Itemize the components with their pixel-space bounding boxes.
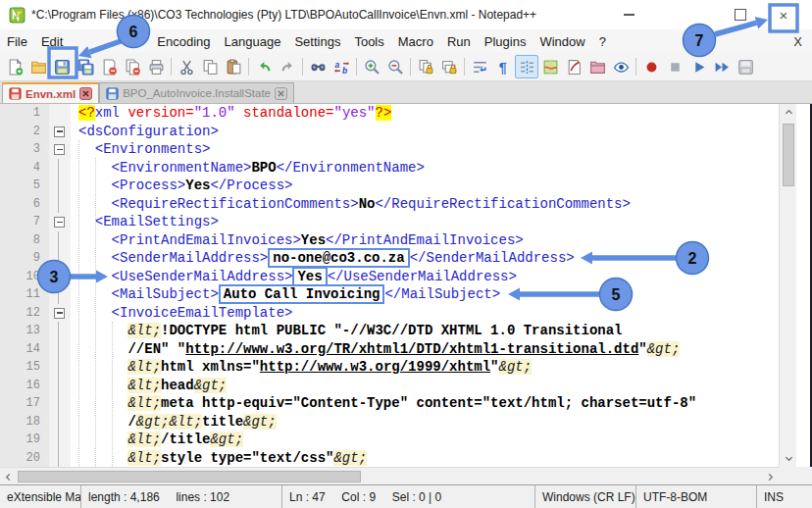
fold-minus-icon[interactable] [54, 127, 65, 137]
new-file-button[interactable] [3, 55, 26, 78]
macro-play-button[interactable] [686, 55, 710, 78]
fold-guide-line [58, 377, 59, 395]
scroll-left-button[interactable] [0, 468, 17, 485]
sync-horizontal-button[interactable] [437, 55, 461, 78]
tab-close-icon[interactable] [79, 87, 92, 100]
vertical-scroll-thumb[interactable] [783, 124, 794, 186]
tab-bpo-autoinvoice-installstate[interactable]: BPO_AutoInvoice.InstallState [99, 82, 294, 103]
horizontal-scrollbar[interactable] [0, 467, 779, 484]
find-button[interactable] [306, 55, 330, 78]
paste-button[interactable] [222, 55, 245, 78]
svg-text:¶: ¶ [498, 59, 506, 75]
document-map-button[interactable] [538, 55, 562, 78]
fold-collapse-toggle[interactable] [49, 304, 71, 323]
folder-workspace-icon [589, 59, 606, 76]
highlighted-value: Auto Call Invoicing [219, 284, 385, 304]
close-all-icon [125, 59, 141, 76]
close-button[interactable]: × [769, 0, 798, 29]
undo-button[interactable] [252, 55, 276, 78]
fold-collapse-toggle[interactable] [49, 213, 71, 231]
close-document-x[interactable]: X [784, 31, 812, 52]
floppy-blue-icon [106, 87, 119, 100]
menu-run[interactable]: Run [440, 31, 478, 52]
code-segment: &lt; [127, 395, 161, 411]
macro-run-multiple-button[interactable] [710, 55, 734, 78]
redo-button[interactable] [276, 55, 299, 78]
save-all-button[interactable] [74, 55, 97, 78]
macro-stop-button[interactable] [663, 55, 686, 78]
scroll-down-button[interactable] [780, 450, 797, 467]
print-button[interactable] [144, 55, 168, 78]
menu-macro[interactable]: Macro [391, 31, 440, 52]
word-wrap-button[interactable] [468, 55, 491, 78]
fold-collapse-toggle[interactable] [49, 123, 71, 141]
fold-minus-icon[interactable] [54, 217, 65, 228]
code-line-9: 9 <SenderMailAddress>no-one@co3.co.za</S… [0, 249, 779, 268]
vertical-scrollbar[interactable] [779, 104, 796, 467]
replace-button[interactable]: ab [330, 55, 353, 78]
zoom-out-button[interactable] [383, 55, 407, 78]
tab-envn-xml[interactable]: Envn.xml [2, 82, 99, 103]
folder-workspace-button[interactable] [585, 55, 609, 78]
menu-language[interactable]: Language [218, 31, 288, 52]
menu-settings[interactable]: Settings [287, 31, 347, 52]
indent-guide-button[interactable] [515, 55, 538, 78]
code-line-17: 17 &lt;meta http-equiv="Content-Type" co… [0, 394, 779, 413]
maximize-button[interactable] [726, 0, 755, 29]
menu-plugins[interactable]: Plugins [478, 31, 533, 52]
open-button[interactable] [26, 55, 50, 78]
cut-button[interactable] [175, 55, 198, 78]
zoom-in-button[interactable] [360, 55, 383, 78]
menu-tools[interactable]: Tools [347, 31, 390, 52]
menu-edit[interactable]: Edit [34, 31, 70, 52]
macro-record-icon [643, 59, 660, 76]
fold-guide-line [58, 231, 59, 250]
fold-collapse-toggle[interactable] [49, 140, 71, 159]
horizontal-scroll-thumb[interactable] [18, 471, 361, 483]
show-all-characters-button[interactable]: ¶ [491, 55, 515, 78]
scroll-right-button[interactable] [762, 468, 779, 485]
copy-button[interactable] [198, 55, 222, 78]
word-wrap-icon [472, 59, 488, 76]
close-button[interactable] [97, 55, 121, 78]
tab-close-icon[interactable] [275, 87, 287, 100]
code-segment: "yes" [333, 105, 375, 121]
line-number: 17 [0, 394, 49, 413]
code-text: <SenderMailAddress>no-one@co3.co.za</Sen… [71, 249, 779, 268]
code-line-4: 4 <EnvironmentName>BPO</EnvironmentName> [0, 159, 779, 178]
monitoring-button[interactable] [609, 55, 633, 78]
minimize-button[interactable] [614, 0, 643, 29]
fold-minus-icon[interactable] [54, 308, 65, 319]
menu-help[interactable]: ? [592, 31, 613, 52]
code-segment: xml [95, 105, 128, 121]
macro-record-button[interactable] [639, 55, 663, 78]
sync-vertical-button[interactable] [414, 55, 437, 78]
fold-guide-line [58, 249, 59, 268]
fold-minus-icon[interactable] [54, 144, 65, 155]
code-segment: &lt; [127, 378, 161, 393]
fold-margin [49, 340, 71, 359]
code-text: <Process>Yes</Process> [71, 177, 779, 195]
menu-file[interactable]: File [0, 31, 34, 52]
close-all-button[interactable] [121, 55, 144, 78]
function-list-button[interactable] [562, 55, 585, 78]
editor-pane[interactable]: 1<?xml version="1.0" standalone="yes"?>2… [0, 104, 779, 467]
fold-margin [49, 231, 71, 250]
fold-margin [49, 394, 71, 413]
menu-window[interactable]: Window [533, 31, 591, 52]
code-segment: &lt; [127, 323, 161, 338]
code-segment: BPO [251, 160, 276, 176]
line-number: 14 [0, 340, 49, 359]
scroll-up-button[interactable] [780, 104, 797, 121]
menu-encoding[interactable]: Encoding [150, 31, 217, 52]
tab-bar: Envn.xmlBPO_AutoInvoice.InstallState [0, 81, 812, 104]
code-segment: " [638, 341, 646, 357]
macro-save-button[interactable] [734, 55, 757, 78]
code-segment: version= [127, 105, 193, 121]
code-text: &lt;head&gt; [71, 377, 779, 395]
fold-margin [49, 195, 71, 214]
save-button[interactable] [50, 55, 74, 78]
indent-guide-line [95, 158, 96, 467]
code-segment: <EmailSettings> [95, 214, 219, 229]
code-text: &lt;!DOCTYPE html PUBLIC "-//W3C//DTD XH… [71, 322, 779, 340]
